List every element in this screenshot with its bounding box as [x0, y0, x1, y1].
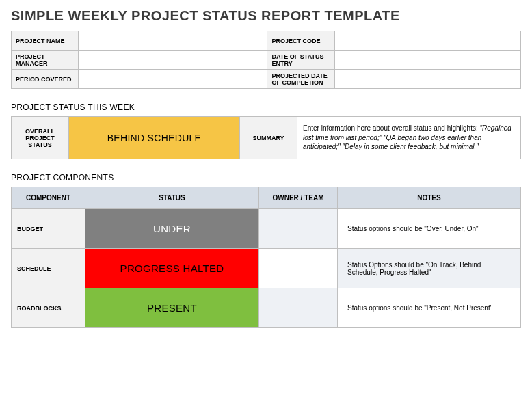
row-schedule-label: SCHEDULE	[12, 249, 85, 288]
project-manager-value[interactable]	[79, 51, 267, 70]
components-table: COMPONENT STATUS OWNER / TEAM NOTES BUDG…	[11, 187, 521, 328]
period-covered-label: PERIOD COVERED	[12, 70, 79, 89]
row-schedule-status[interactable]: PROGRESS HALTED	[85, 249, 259, 288]
table-row: SCHEDULE PROGRESS HALTED Status Options …	[12, 249, 521, 288]
col-owner: OWNER / TEAM	[259, 187, 338, 209]
project-code-value[interactable]	[334, 31, 520, 51]
row-budget-notes[interactable]: Status options should be "Over, Under, O…	[338, 209, 521, 249]
components-heading: PROJECT COMPONENTS	[11, 173, 521, 182]
status-week-table: OVERALL PROJECT STATUS BEHIND SCHEDULE S…	[11, 116, 521, 159]
date-status-entry-value[interactable]	[334, 51, 520, 70]
overall-status-badge[interactable]: BEHIND SCHEDULE	[69, 117, 240, 159]
project-meta-table: PROJECT NAME PROJECT CODE PROJECT MANAGE…	[11, 31, 521, 89]
col-component: COMPONENT	[12, 187, 85, 209]
overall-status-label: OVERALL PROJECT STATUS	[12, 117, 69, 159]
projected-date-value[interactable]	[334, 70, 520, 89]
components-header-row: COMPONENT STATUS OWNER / TEAM NOTES	[12, 187, 521, 209]
row-roadblocks-owner[interactable]	[259, 288, 338, 328]
summary-label: SUMMARY	[240, 117, 297, 159]
row-schedule-owner[interactable]	[259, 249, 338, 288]
summary-text[interactable]: Enter information here about overall sta…	[297, 117, 521, 159]
project-name-label: PROJECT NAME	[12, 31, 79, 51]
row-budget-status[interactable]: UNDER	[85, 209, 259, 249]
col-status: STATUS	[85, 187, 259, 209]
project-manager-label: PROJECT MANAGER	[12, 51, 79, 70]
project-name-value[interactable]	[79, 31, 267, 51]
period-covered-value[interactable]	[79, 70, 267, 89]
row-budget-owner[interactable]	[259, 209, 338, 249]
row-roadblocks-label: ROADBLOCKS	[12, 288, 85, 328]
row-roadblocks-notes[interactable]: Status options should be "Present, Not P…	[338, 288, 521, 328]
projected-date-label: PROJECTED DATE OF COMPLETION	[267, 70, 334, 89]
date-status-entry-label: DATE OF STATUS ENTRY	[267, 51, 334, 70]
row-schedule-notes[interactable]: Status Options should be "On Track, Behi…	[338, 249, 521, 288]
table-row: BUDGET UNDER Status options should be "O…	[12, 209, 521, 249]
status-week-heading: PROJECT STATUS THIS WEEK	[11, 102, 521, 112]
page-title: SIMPLE WEEKLY PROJECT STATUS REPORT TEMP…	[11, 8, 521, 24]
project-code-label: PROJECT CODE	[267, 31, 334, 51]
table-row: ROADBLOCKS PRESENT Status options should…	[12, 288, 521, 328]
col-notes: NOTES	[338, 187, 521, 209]
summary-intro: Enter information here about overall sta…	[303, 124, 480, 132]
row-budget-label: BUDGET	[12, 209, 85, 249]
row-roadblocks-status[interactable]: PRESENT	[85, 288, 259, 328]
